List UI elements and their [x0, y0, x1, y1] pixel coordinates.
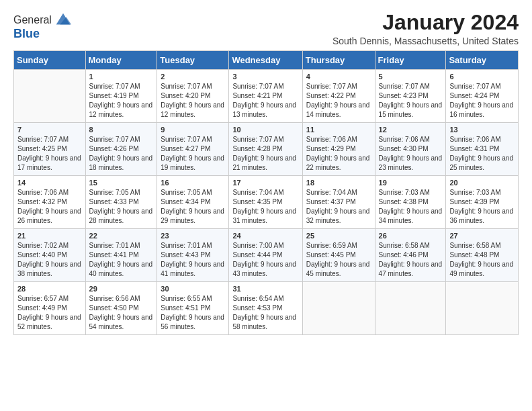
day-number: 20: [449, 179, 515, 187]
day-info: Sunrise: 7:06 AMSunset: 4:29 PMDaylight:…: [306, 135, 371, 173]
day-cell: [375, 282, 446, 335]
day-number: 29: [89, 285, 154, 293]
day-number: 15: [89, 179, 154, 187]
day-cell: 13Sunrise: 7:06 AMSunset: 4:31 PMDayligh…: [446, 123, 519, 176]
month-year-title: January 2024: [332, 11, 519, 34]
day-info: Sunrise: 7:07 AMSunset: 4:22 PMDaylight:…: [306, 82, 371, 120]
day-info: Sunrise: 7:00 AMSunset: 4:44 PMDaylight:…: [232, 241, 298, 279]
day-number: 4: [306, 73, 371, 81]
day-cell: 31Sunrise: 6:54 AMSunset: 4:53 PMDayligh…: [229, 282, 302, 335]
day-number: 17: [232, 179, 298, 187]
day-cell: 22Sunrise: 7:01 AMSunset: 4:41 PMDayligh…: [85, 229, 157, 282]
weekday-header-monday: Monday: [85, 51, 157, 70]
week-row-1: 1Sunrise: 7:07 AMSunset: 4:19 PMDaylight…: [14, 70, 519, 123]
day-cell: 4Sunrise: 7:07 AMSunset: 4:22 PMDaylight…: [302, 70, 375, 123]
day-cell: 5Sunrise: 7:07 AMSunset: 4:23 PMDaylight…: [375, 70, 446, 123]
header: General Blue January 2024 South Dennis, …: [13, 11, 519, 46]
day-info: Sunrise: 7:06 AMSunset: 4:30 PMDaylight:…: [379, 135, 443, 173]
day-cell: 18Sunrise: 7:04 AMSunset: 4:37 PMDayligh…: [302, 176, 375, 229]
day-cell: 23Sunrise: 7:01 AMSunset: 4:43 PMDayligh…: [157, 229, 229, 282]
day-info: Sunrise: 7:07 AMSunset: 4:26 PMDaylight:…: [89, 135, 154, 173]
day-info: Sunrise: 6:55 AMSunset: 4:51 PMDaylight:…: [161, 294, 225, 332]
day-number: 14: [17, 179, 82, 187]
day-cell: 1Sunrise: 7:07 AMSunset: 4:19 PMDaylight…: [85, 70, 157, 123]
day-cell: 6Sunrise: 7:07 AMSunset: 4:24 PMDaylight…: [446, 70, 519, 123]
day-number: 8: [89, 126, 154, 134]
day-number: 27: [449, 232, 515, 240]
weekday-header-thursday: Thursday: [302, 51, 375, 70]
day-cell: 8Sunrise: 7:07 AMSunset: 4:26 PMDaylight…: [85, 123, 157, 176]
weekday-header-tuesday: Tuesday: [157, 51, 229, 70]
day-cell: 9Sunrise: 7:07 AMSunset: 4:27 PMDaylight…: [157, 123, 229, 176]
day-cell: 16Sunrise: 7:05 AMSunset: 4:34 PMDayligh…: [157, 176, 229, 229]
location-subtitle: South Dennis, Massachusetts, United Stat…: [332, 36, 519, 46]
day-info: Sunrise: 6:59 AMSunset: 4:45 PMDaylight:…: [306, 241, 371, 279]
day-cell: 10Sunrise: 7:07 AMSunset: 4:28 PMDayligh…: [229, 123, 302, 176]
day-cell: 3Sunrise: 7:07 AMSunset: 4:21 PMDaylight…: [229, 70, 302, 123]
day-info: Sunrise: 7:06 AMSunset: 4:32 PMDaylight:…: [17, 188, 82, 226]
day-number: 10: [232, 126, 298, 134]
weekday-header-row: SundayMondayTuesdayWednesdayThursdayFrid…: [14, 51, 519, 70]
day-cell: 24Sunrise: 7:00 AMSunset: 4:44 PMDayligh…: [229, 229, 302, 282]
day-cell: 2Sunrise: 7:07 AMSunset: 4:20 PMDaylight…: [157, 70, 229, 123]
day-info: Sunrise: 7:05 AMSunset: 4:33 PMDaylight:…: [89, 188, 154, 226]
day-info: Sunrise: 7:02 AMSunset: 4:40 PMDaylight:…: [17, 241, 82, 279]
weekday-header-friday: Friday: [375, 51, 446, 70]
day-number: 11: [306, 126, 371, 134]
weekday-header-saturday: Saturday: [446, 51, 519, 70]
page-container: General Blue January 2024 South Dennis, …: [0, 0, 532, 342]
day-cell: 25Sunrise: 6:59 AMSunset: 4:45 PMDayligh…: [302, 229, 375, 282]
day-info: Sunrise: 7:03 AMSunset: 4:39 PMDaylight:…: [449, 188, 515, 226]
day-info: Sunrise: 7:04 AMSunset: 4:37 PMDaylight:…: [306, 188, 371, 226]
day-number: 2: [161, 73, 225, 81]
day-cell: 29Sunrise: 6:56 AMSunset: 4:50 PMDayligh…: [85, 282, 157, 335]
day-cell: 7Sunrise: 7:07 AMSunset: 4:25 PMDaylight…: [14, 123, 86, 176]
day-number: 21: [17, 232, 82, 240]
day-cell: [302, 282, 375, 335]
day-cell: 14Sunrise: 7:06 AMSunset: 4:32 PMDayligh…: [14, 176, 86, 229]
day-number: 12: [379, 126, 443, 134]
day-cell: 27Sunrise: 6:58 AMSunset: 4:48 PMDayligh…: [446, 229, 519, 282]
day-cell: 17Sunrise: 7:04 AMSunset: 4:35 PMDayligh…: [229, 176, 302, 229]
day-cell: 26Sunrise: 6:58 AMSunset: 4:46 PMDayligh…: [375, 229, 446, 282]
day-info: Sunrise: 7:03 AMSunset: 4:38 PMDaylight:…: [379, 188, 443, 226]
day-info: Sunrise: 6:54 AMSunset: 4:53 PMDaylight:…: [232, 294, 298, 332]
logo-general-text: General: [13, 14, 52, 26]
day-number: 30: [161, 285, 225, 293]
calendar-table: SundayMondayTuesdayWednesdayThursdayFrid…: [13, 50, 519, 335]
day-cell: 20Sunrise: 7:03 AMSunset: 4:39 PMDayligh…: [446, 176, 519, 229]
logo: General Blue: [13, 11, 73, 41]
day-number: 24: [232, 232, 298, 240]
day-cell: 19Sunrise: 7:03 AMSunset: 4:38 PMDayligh…: [375, 176, 446, 229]
day-info: Sunrise: 6:58 AMSunset: 4:48 PMDaylight:…: [449, 241, 515, 279]
week-row-4: 21Sunrise: 7:02 AMSunset: 4:40 PMDayligh…: [14, 229, 519, 282]
day-info: Sunrise: 7:07 AMSunset: 4:28 PMDaylight:…: [232, 135, 298, 173]
day-cell: 15Sunrise: 7:05 AMSunset: 4:33 PMDayligh…: [85, 176, 157, 229]
day-info: Sunrise: 7:06 AMSunset: 4:31 PMDaylight:…: [449, 135, 515, 173]
week-row-2: 7Sunrise: 7:07 AMSunset: 4:25 PMDaylight…: [14, 123, 519, 176]
day-info: Sunrise: 7:07 AMSunset: 4:20 PMDaylight:…: [161, 82, 225, 120]
day-info: Sunrise: 6:56 AMSunset: 4:50 PMDaylight:…: [89, 294, 154, 332]
day-number: 23: [161, 232, 225, 240]
day-cell: 11Sunrise: 7:06 AMSunset: 4:29 PMDayligh…: [302, 123, 375, 176]
day-info: Sunrise: 7:01 AMSunset: 4:41 PMDaylight:…: [89, 241, 154, 279]
day-info: Sunrise: 6:58 AMSunset: 4:46 PMDaylight:…: [379, 241, 443, 279]
week-row-3: 14Sunrise: 7:06 AMSunset: 4:32 PMDayligh…: [14, 176, 519, 229]
day-cell: 21Sunrise: 7:02 AMSunset: 4:40 PMDayligh…: [14, 229, 86, 282]
day-number: 13: [449, 126, 515, 134]
day-number: 25: [306, 232, 371, 240]
day-info: Sunrise: 7:05 AMSunset: 4:34 PMDaylight:…: [161, 188, 225, 226]
day-info: Sunrise: 7:07 AMSunset: 4:25 PMDaylight:…: [17, 135, 82, 173]
day-number: 16: [161, 179, 225, 187]
weekday-header-wednesday: Wednesday: [229, 51, 302, 70]
day-cell: [14, 70, 86, 123]
day-number: 19: [379, 179, 443, 187]
day-cell: [446, 282, 519, 335]
day-info: Sunrise: 6:57 AMSunset: 4:49 PMDaylight:…: [17, 294, 82, 332]
day-info: Sunrise: 7:04 AMSunset: 4:35 PMDaylight:…: [232, 188, 298, 226]
day-number: 7: [17, 126, 82, 134]
day-cell: 28Sunrise: 6:57 AMSunset: 4:49 PMDayligh…: [14, 282, 86, 335]
day-number: 5: [379, 73, 443, 81]
day-number: 1: [89, 73, 154, 81]
week-row-5: 28Sunrise: 6:57 AMSunset: 4:49 PMDayligh…: [14, 282, 519, 335]
